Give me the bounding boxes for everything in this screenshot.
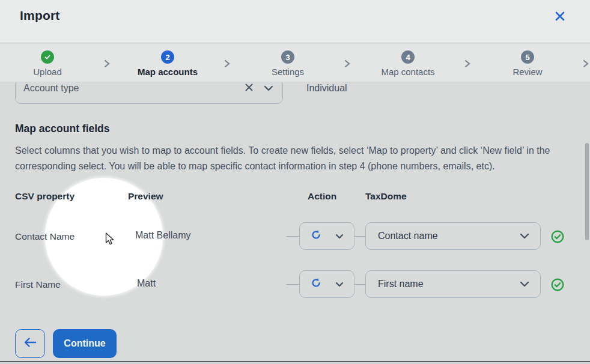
step-done-check-icon (41, 50, 54, 64)
refresh-icon (310, 229, 322, 243)
action-dropdown-button[interactable] (299, 270, 354, 298)
step-label: Map contacts (366, 67, 450, 77)
chevron-down-icon (520, 279, 529, 290)
continue-button[interactable]: Continue (53, 329, 117, 358)
preview-value: Matt Bellamy (135, 230, 190, 241)
step-number: 3 (281, 50, 294, 64)
connector-line (287, 236, 299, 237)
back-button[interactable] (15, 329, 45, 358)
step-label: Review (485, 67, 570, 77)
section-description: Select columns that you wish to map to a… (15, 143, 553, 174)
csv-property-label: Contact Name (15, 231, 75, 242)
step-separator-icon (344, 59, 351, 70)
mapped-check-icon (551, 230, 564, 243)
step-label: Upload (5, 67, 90, 77)
section-heading: Map account fields (15, 123, 110, 135)
page-title: Import (20, 8, 60, 23)
chevron-down-icon[interactable] (264, 83, 273, 94)
chevron-down-icon (335, 279, 344, 290)
step-settings[interactable]: 3 Settings (246, 50, 330, 77)
account-type-select-value: Account type (23, 83, 79, 94)
taxdome-field-select-value: First name (378, 279, 424, 290)
step-label: Settings (246, 67, 330, 77)
account-type-select[interactable]: Account type (15, 83, 283, 104)
column-header-csv-property: CSV property (15, 191, 75, 202)
column-header-preview: Preview (128, 191, 163, 202)
arrow-left-icon (23, 337, 37, 350)
column-header-taxdome: TaxDome (365, 191, 407, 202)
mapped-check-icon (551, 278, 564, 291)
close-icon[interactable] (552, 8, 568, 25)
chevron-down-icon (520, 231, 529, 241)
step-upload[interactable]: Upload (5, 50, 90, 77)
refresh-icon (310, 277, 322, 291)
step-separator-icon (464, 59, 471, 70)
step-number: 2 (161, 50, 174, 64)
dialog-content: Account type Individual Map account fiel… (0, 83, 590, 364)
step-number: 5 (521, 50, 534, 64)
step-number: 4 (401, 50, 415, 64)
connector-line (287, 284, 299, 285)
preview-value: Matt (137, 278, 156, 289)
step-review[interactable]: 5 Review (485, 50, 570, 77)
action-dropdown-button[interactable] (299, 222, 354, 250)
account-type-value: Individual (306, 83, 347, 94)
import-dialog: Import Upload 2 Map accounts 3 Settings (0, 0, 590, 364)
taxdome-field-select-value: Contact name (378, 231, 438, 241)
step-label: Map accounts (126, 67, 210, 77)
vertical-scrollbar[interactable] (585, 143, 589, 240)
taxdome-field-select[interactable]: First name (365, 270, 541, 298)
column-header-action: Action (308, 191, 336, 202)
connector-line (354, 284, 365, 285)
csv-property-label: First Name (15, 279, 61, 290)
dialog-header: Import (0, 0, 590, 43)
step-map-accounts[interactable]: 2 Map accounts (126, 50, 210, 77)
chevron-down-icon (335, 231, 344, 241)
step-separator-icon (582, 59, 589, 70)
connector-line (354, 236, 365, 237)
wizard-stepper: Upload 2 Map accounts 3 Settings 4 Map c… (0, 44, 590, 82)
taxdome-field-select[interactable]: Contact name (365, 222, 541, 250)
step-separator-icon (103, 59, 111, 70)
step-map-contacts[interactable]: 4 Map contacts (366, 50, 450, 77)
clear-icon[interactable] (245, 83, 254, 94)
step-separator-icon (224, 59, 231, 70)
mouse-cursor-icon (105, 232, 116, 248)
